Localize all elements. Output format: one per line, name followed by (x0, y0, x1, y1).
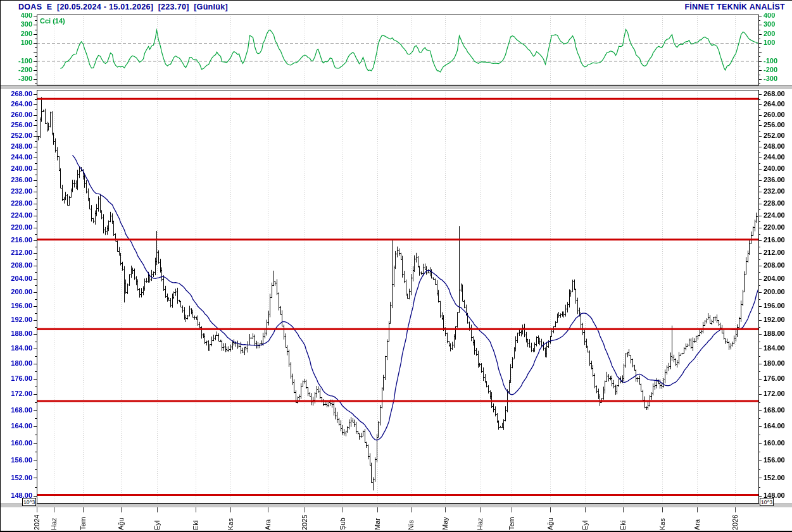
chart-title: DOAS E [20.05.2024 - 15.01.2026] [223.70… (18, 3, 228, 11)
scale-exponent-label-right: 10^3 (760, 498, 774, 506)
app-brand-title: FİNNET TEKNİK ANALİST (684, 3, 785, 11)
chart-titlebar: DOAS E [20.05.2024 - 15.01.2026] [223.70… (1, 1, 792, 13)
chart-area: 10^3 10^3 (1, 13, 792, 532)
price-and-cci-chart-canvas[interactable] (1, 13, 792, 532)
finnet-technical-analyst-window: DOAS E [20.05.2024 - 15.01.2026] [223.70… (0, 0, 792, 532)
scale-exponent-label-left: 10^3 (22, 498, 36, 506)
